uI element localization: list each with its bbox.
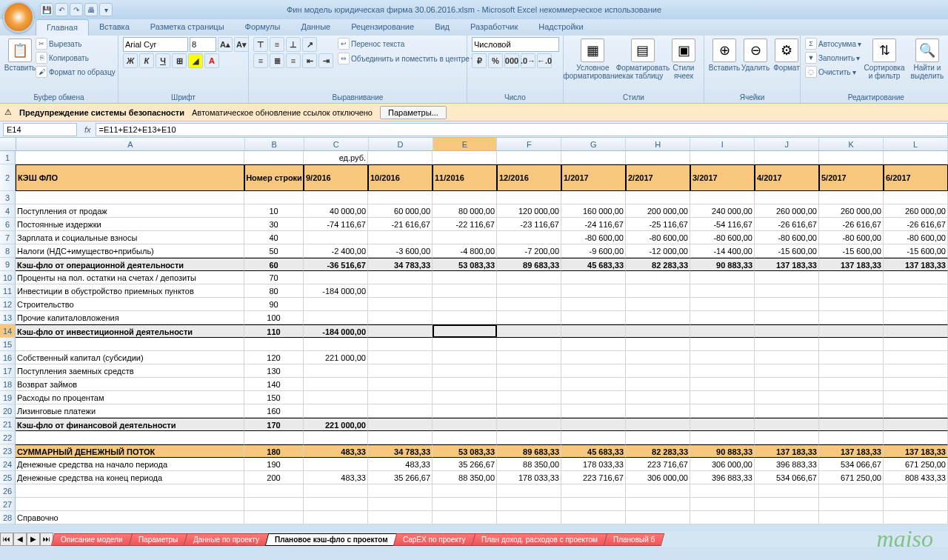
cell[interactable]	[497, 418, 561, 431]
cell[interactable]	[433, 378, 497, 391]
cell[interactable]	[755, 284, 819, 298]
sheet-tab[interactable]: Плановый б	[604, 533, 665, 546]
cell[interactable]: -22 116,67	[433, 218, 497, 231]
cell[interactable]: -3 600,00	[368, 244, 433, 258]
ribbon-tab[interactable]: Надстройки	[528, 19, 593, 36]
cell[interactable]	[497, 484, 561, 498]
cell[interactable]	[561, 484, 626, 498]
row-header[interactable]: 16	[0, 351, 16, 364]
cell[interactable]	[304, 338, 368, 351]
cell[interactable]	[497, 151, 561, 164]
row-header[interactable]: 22	[0, 431, 16, 444]
shrink-font-icon[interactable]: A▾	[234, 37, 249, 52]
cell[interactable]: 223 716,67	[626, 458, 690, 471]
cell[interactable]: -74 116,67	[304, 218, 368, 231]
cell[interactable]	[690, 378, 755, 391]
cell[interactable]: 190	[244, 458, 304, 471]
column-header[interactable]: G	[561, 138, 626, 150]
cell[interactable]	[433, 311, 497, 324]
cell[interactable]: -184 000,00	[304, 284, 368, 298]
cell[interactable]	[819, 484, 884, 498]
cell[interactable]	[497, 391, 561, 404]
cell[interactable]: 260 000,00	[819, 204, 884, 218]
cell[interactable]: 130	[244, 364, 304, 378]
comma-icon[interactable]: 000	[504, 53, 519, 68]
cell[interactable]: 240 000,00	[690, 204, 755, 218]
cell[interactable]	[304, 511, 368, 524]
cell[interactable]	[433, 151, 497, 164]
cell[interactable]	[561, 271, 626, 284]
insert-cells-button[interactable]: ⊕Вставить	[709, 37, 740, 73]
cell[interactable]	[368, 364, 433, 378]
cell[interactable]	[433, 511, 497, 524]
cell[interactable]: Кэш-фло от операционной деятельности	[16, 258, 244, 271]
cell[interactable]	[497, 271, 561, 284]
cell[interactable]: 35 266,67	[433, 458, 497, 471]
cell[interactable]	[561, 351, 626, 364]
cell[interactable]	[433, 418, 497, 431]
cell[interactable]	[497, 378, 561, 391]
column-header[interactable]: L	[884, 138, 948, 150]
row-header[interactable]: 6	[0, 218, 16, 231]
cell[interactable]	[626, 418, 690, 431]
cell[interactable]	[755, 151, 819, 164]
sheet-tab[interactable]: Данные по проекту	[184, 533, 270, 546]
ribbon-tab[interactable]: Рецензирование	[341, 19, 424, 36]
cell[interactable]	[819, 324, 884, 338]
cell[interactable]	[304, 498, 368, 511]
cell[interactable]	[368, 311, 433, 324]
cell[interactable]: 80 000,00	[433, 204, 497, 218]
cell[interactable]	[368, 378, 433, 391]
row-header[interactable]: 3	[0, 191, 16, 204]
cell[interactable]	[626, 431, 690, 444]
cell[interactable]	[626, 351, 690, 364]
sheet-nav-first-icon[interactable]: ⏮	[0, 533, 13, 546]
cell[interactable]	[884, 364, 948, 378]
cell[interactable]	[819, 511, 884, 524]
cell[interactable]: 82 283,33	[626, 444, 690, 458]
row-header[interactable]: 15	[0, 338, 16, 351]
cell[interactable]	[497, 191, 561, 204]
cell[interactable]: -184 000,00	[304, 324, 368, 338]
cell[interactable]: 89 683,33	[497, 444, 561, 458]
row-header[interactable]: 21	[0, 418, 16, 431]
cell[interactable]: 140	[244, 378, 304, 391]
cell[interactable]	[497, 284, 561, 298]
row-header[interactable]: 9	[0, 258, 16, 271]
cell[interactable]	[368, 511, 433, 524]
cell[interactable]	[819, 378, 884, 391]
row-header[interactable]: 18	[0, 378, 16, 391]
autosum-button[interactable]: ΣАвтосумма ▾	[805, 37, 861, 50]
cell[interactable]: 150	[244, 391, 304, 404]
security-options-button[interactable]: Параметры...	[380, 106, 447, 119]
align-middle-icon[interactable]: ≡	[270, 37, 284, 52]
cell[interactable]: 4/2017	[755, 164, 819, 191]
dec-decimal-icon[interactable]: ←.0	[537, 53, 552, 68]
cell[interactable]	[690, 404, 755, 418]
cell[interactable]: 2/2017	[626, 164, 690, 191]
cell[interactable]	[497, 338, 561, 351]
sheet-tab[interactable]: План доход. расходов с проектом	[472, 533, 607, 546]
cell[interactable]: КЭШ ФЛО	[16, 164, 244, 191]
cell[interactable]: 120	[244, 351, 304, 364]
cell[interactable]	[884, 151, 948, 164]
cell[interactable]: -23 116,67	[497, 218, 561, 231]
cell[interactable]: 100	[244, 311, 304, 324]
align-bottom-icon[interactable]: ⊥	[286, 37, 301, 52]
cell[interactable]	[497, 511, 561, 524]
cell[interactable]: Постоянные издержки	[16, 218, 244, 231]
cell[interactable]	[819, 338, 884, 351]
cell[interactable]	[884, 298, 948, 311]
cell[interactable]: 35 266,67	[368, 471, 433, 484]
cell[interactable]: -80 600,00	[626, 231, 690, 244]
cell[interactable]	[884, 498, 948, 511]
cell[interactable]	[561, 324, 626, 338]
cell[interactable]: 10	[244, 204, 304, 218]
cell[interactable]	[433, 404, 497, 418]
cell[interactable]: 6/2017	[884, 164, 948, 191]
cell[interactable]	[433, 351, 497, 364]
fx-icon[interactable]: fx	[80, 125, 96, 134]
cell[interactable]: 90 883,33	[690, 444, 755, 458]
cell[interactable]	[16, 484, 244, 498]
cell[interactable]	[690, 351, 755, 364]
